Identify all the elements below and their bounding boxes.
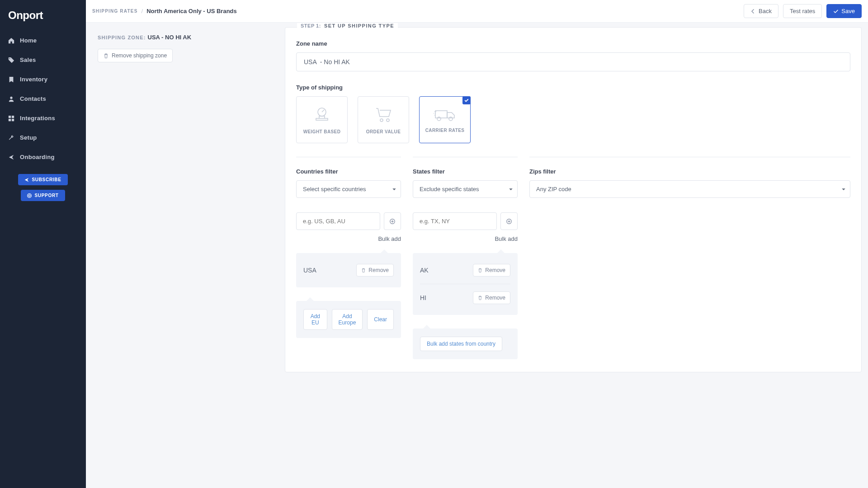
type-carrier-rates[interactable]: CARRIER RATES [419,96,471,143]
grid-icon [8,115,14,122]
states-add-button[interactable] [500,212,518,230]
clear-countries-button[interactable]: Clear [367,309,394,330]
nav-contacts[interactable]: Contacts [0,89,86,108]
states-quick-actions: Bulk add states from country [413,328,518,359]
zone-name-label: Zone name [296,40,850,47]
nav-setup[interactable]: Setup [0,128,86,147]
nav-home[interactable]: Home [0,31,86,50]
zone-panel: SHIPPING ZONE: USA - NO HI AK Remove shi… [86,23,285,381]
breadcrumb-root[interactable]: SHIPPING RATES [92,9,138,14]
nav-label: Inventory [20,76,47,83]
svg-rect-6 [435,111,447,118]
nav-label: Onboarding [20,154,55,160]
topbar-actions: Back Test rates Save [744,4,862,18]
selected-check-icon [462,96,471,104]
nav-onboarding[interactable]: Onboarding [0,147,86,167]
remove-country-button[interactable]: Remove [356,264,394,277]
tag-icon [8,57,14,63]
countries-filter-select[interactable]: Select specific countries [296,180,401,198]
plus-circle-icon [389,218,396,225]
trash-icon [478,296,482,300]
arrow-left-icon [750,9,756,14]
states-filter-label: States filter [413,168,518,175]
countries-tags: USA Remove [296,253,401,287]
nav-label: Setup [20,134,37,141]
bulk-add-states-button[interactable]: Bulk add states from country [420,337,502,351]
country-tag: USA Remove [303,257,394,284]
trash-icon [478,268,482,272]
svg-rect-3 [316,118,328,120]
test-rates-button[interactable]: Test rates [783,4,822,18]
svg-point-8 [449,117,453,121]
nav-label: Integrations [20,115,55,122]
type-weight-based[interactable]: WEIGHT BASED [296,96,348,143]
state-tag: HI Remove [420,284,510,311]
nav-inventory[interactable]: Inventory [0,70,86,89]
nav-label: Sales [20,56,36,63]
trash-icon [361,268,366,272]
type-label: ORDER VALUE [366,129,401,134]
breadcrumb: SHIPPING RATES / North America Only - US… [92,8,237,14]
back-button[interactable]: Back [744,4,778,18]
trash-icon [104,53,108,58]
wrench-icon [8,135,14,141]
step-number: STEP 1: [301,23,321,28]
remove-state-button[interactable]: Remove [473,291,510,304]
states-bulk-add-label[interactable]: Bulk add [413,235,518,242]
remove-zone-button[interactable]: Remove shipping zone [98,49,173,62]
svg-point-0 [28,193,32,197]
add-eu-button[interactable]: Add EU [303,309,327,330]
topbar: SHIPPING RATES / North America Only - US… [86,0,868,23]
shipping-type-options: WEIGHT BASED ORDER VALUE [296,96,850,143]
countries-filter-column: Countries filter Select specific countri… [296,157,401,359]
type-label: CARRIER RATES [425,128,465,133]
state-tag: AK Remove [420,257,510,284]
svg-point-1 [29,195,31,197]
svg-point-5 [387,119,389,122]
divider [413,157,518,157]
zone-title-value: USA - NO HI AK [148,34,192,41]
breadcrumb-current: North America Only - US Brands [146,8,237,14]
type-of-shipping-label: Type of shipping [296,84,850,91]
subscribe-button[interactable]: SUBSCRIBE [18,174,67,185]
plus-circle-icon [506,218,512,225]
breadcrumb-separator: / [142,8,143,14]
sidebar-buttons: SUBSCRIBE SUPPORT [0,167,86,208]
zone-name-input[interactable] [296,52,850,71]
countries-bulk-add-label[interactable]: Bulk add [296,235,401,242]
check-icon [833,9,839,14]
type-order-value[interactable]: ORDER VALUE [358,96,409,143]
step-panel: STEP 1: SET UP SHIPPING TYPE Zone name T… [285,27,862,372]
countries-add-button[interactable] [384,212,401,230]
countries-add-input[interactable] [296,212,380,230]
nav-sales[interactable]: Sales [0,50,86,70]
nav-label: Contacts [20,95,46,102]
countries-filter-label: Countries filter [296,168,401,175]
save-button[interactable]: Save [826,4,862,18]
bookmark-icon [8,76,14,83]
states-filter-select[interactable]: Exclude specific states [413,180,518,198]
states-tags: AK Remove HI Remove [413,253,518,315]
states-add-input[interactable] [413,212,497,230]
nav-label: Home [20,37,37,44]
divider [296,157,401,157]
content: SHIPPING ZONE: USA - NO HI AK Remove shi… [86,23,868,488]
truck-icon [434,107,456,122]
zone-title: SHIPPING ZONE: USA - NO HI AK [98,33,273,41]
countries-quick-actions: Add EU Add Europe Clear [296,301,401,338]
step-name: SET UP SHIPPING TYPE [324,23,394,28]
nav-list: Home Sales Inventory Contacts Integratio… [0,31,86,167]
home-icon [8,38,14,44]
zips-filter-label: Zips filter [529,168,850,175]
zips-filter-column: Zips filter Any ZIP code [529,157,850,359]
svg-point-7 [437,117,441,121]
remove-state-button[interactable]: Remove [473,264,510,277]
support-button[interactable]: SUPPORT [21,190,65,201]
arrow-icon [8,154,14,160]
nav-integrations[interactable]: Integrations [0,108,86,128]
tag-name: AK [420,267,429,274]
zips-filter-select[interactable]: Any ZIP code [529,180,850,198]
step-legend: STEP 1: SET UP SHIPPING TYPE [297,23,398,28]
add-europe-button[interactable]: Add Europe [332,309,363,330]
cart-icon [373,106,393,124]
